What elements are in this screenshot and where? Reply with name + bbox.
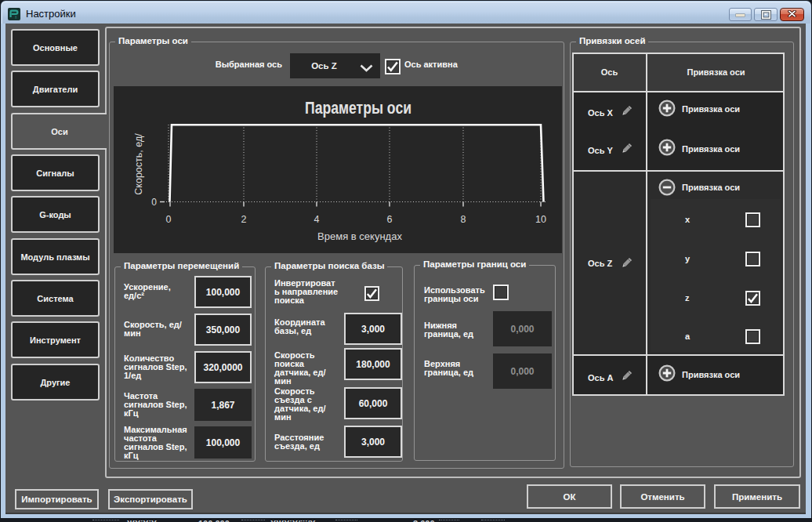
svg-text:10: 10	[535, 214, 546, 225]
svg-text:0: 0	[151, 197, 157, 208]
svg-text:0: 0	[166, 214, 172, 225]
svg-text:Время в секундах: Время в секундах	[317, 230, 402, 242]
svg-text:2: 2	[241, 214, 247, 225]
svg-text:6: 6	[387, 214, 393, 225]
svg-text:Параметры оси: Параметры оси	[305, 98, 411, 118]
svg-text:8: 8	[461, 214, 466, 225]
svg-text:Скорость, ед/: Скорость, ед/	[133, 133, 144, 195]
svg-text:4: 4	[314, 214, 320, 225]
